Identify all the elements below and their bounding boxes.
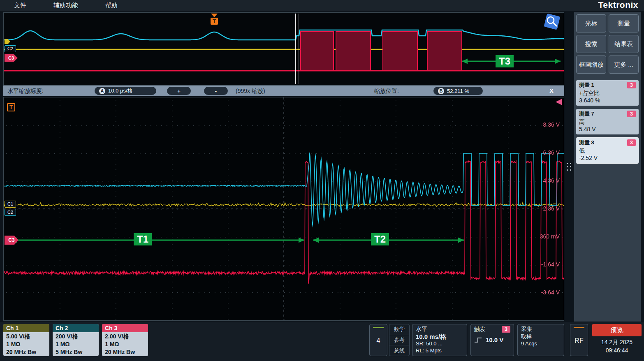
record-length: RL: 5 Mpts — [416, 347, 463, 354]
trigger-settings-badge[interactable]: 触发 3 10.0 V — [470, 324, 514, 356]
measurement-title: 测量 8 — [579, 139, 594, 146]
ch2-scale: 200 V/格 — [56, 333, 96, 340]
voltage-scale-label: 8.36 V — [543, 121, 560, 128]
measure-button[interactable]: 测量 — [609, 14, 639, 32]
menu-bar: 文件 辅助功能 帮助 Tektronix — [0, 0, 644, 11]
ch2-impedance: 1 MΩ — [56, 340, 96, 348]
ch3-badge[interactable]: Ch 3 2.00 V/格 1 MΩ 20 MHz Bw — [102, 324, 148, 356]
ch1-impedance: 1 MΩ — [6, 340, 46, 348]
oscilloscope-screen: 文件 辅助功能 帮助 Tektronix T C2 C3 T3 水平缩放标度: … — [0, 0, 644, 361]
measurement-value: 5.48 V — [579, 126, 636, 132]
time-label: 09:46:44 — [592, 346, 642, 354]
zoom-close-button[interactable]: X — [549, 87, 554, 94]
trigger-position-marker[interactable]: T — [211, 14, 218, 25]
rising-edge-icon — [474, 337, 482, 343]
zoom-position-knob[interactable]: B 52.211 % — [433, 87, 483, 95]
rf-badge[interactable]: RF — [570, 324, 588, 356]
rf-color-line — [574, 327, 584, 328]
c2-channel-tag[interactable]: C2 — [5, 209, 16, 216]
acquisition-mode: 取样 — [521, 333, 561, 340]
tektronix-logo: Tektronix — [598, 0, 638, 10]
measurement-card-8[interactable]: 测量 8 3 低 -2.52 V — [576, 138, 639, 163]
zoom-box-button[interactable]: 框画缩放 — [576, 56, 606, 74]
acquisition-badge[interactable]: 采集 取样 9 Acqs — [517, 324, 564, 356]
search-button[interactable]: 搜索 — [576, 35, 606, 53]
horizontal-title: 水平 — [416, 326, 463, 333]
source-channel-badge: 3 — [627, 82, 636, 88]
trigger-indicator[interactable]: T — [7, 103, 15, 111]
ch1-scale: 5.00 V/格 — [6, 333, 46, 340]
measurement-value: -2.52 V — [579, 155, 636, 161]
trigger-position-arrow-icon — [556, 99, 562, 105]
voltage-scale-label: -3.64 V — [541, 289, 560, 296]
ch3-bandwidth: 20 MHz Bw — [105, 348, 145, 356]
acquisition-count: 9 Acqs — [521, 340, 561, 347]
measurement-name: +占空比 — [579, 90, 636, 97]
math-button[interactable]: 数学 — [389, 324, 409, 335]
menu-items: 文件 辅助功能 帮助 — [0, 2, 145, 9]
voltage-scale-label: 6.36 V — [543, 149, 560, 156]
ch2-bandwidth: 5 MHz Bw — [56, 348, 96, 356]
ch1-bandwidth: 20 MHz Bw — [6, 348, 46, 356]
menu-file[interactable]: 文件 — [14, 2, 26, 9]
panel-drag-handle[interactable] — [567, 163, 572, 171]
ch4-label: 4 — [370, 337, 387, 345]
math-ref-bus-stack: 数学 参考 总线 — [389, 324, 410, 356]
c1-channel-tag[interactable]: C1 — [5, 201, 16, 208]
menu-utility[interactable]: 辅助功能 — [53, 2, 78, 9]
horizontal-scale: 10.0 ms/格 — [416, 333, 463, 340]
sidebar-button-grid: 光标 测量 搜索 结果表 框画缩放 更多 ... — [576, 14, 639, 74]
preview-button[interactable]: 预览 — [592, 324, 642, 336]
zoom-in-button[interactable]: + — [167, 87, 191, 95]
ch3-label: Ch 3 — [102, 324, 148, 332]
main-waveform-panel[interactable]: T C1 C2 C3 T1 T2 8.36 V 6.36 V 4.36 V 2.… — [3, 97, 564, 321]
ch4-badge[interactable]: 4 — [369, 324, 387, 356]
voltage-scale-label: 360 mV — [540, 233, 560, 240]
c2-channel-tag-overview[interactable]: C2 — [5, 45, 16, 52]
t3-annotation: T3 — [496, 55, 514, 67]
ch2-badge[interactable]: Ch 2 200 V/格 1 MΩ 5 MHz Bw — [53, 324, 99, 356]
date-label: 14 2月 2025 — [592, 338, 642, 346]
zoom-control-bar: 水平缩放标度: A 10.0 µs/格 + - (999x 缩放) 缩放位置: … — [3, 86, 564, 96]
zoom-factor-label: (999x 缩放) — [236, 88, 265, 95]
sample-rate: SR: 50.0 ... — [416, 340, 463, 347]
bus-button[interactable]: 总线 — [389, 345, 409, 356]
results-table-button[interactable]: 结果表 — [609, 35, 639, 53]
knob-b-icon: B — [438, 88, 444, 94]
zoom-position-label: 缩放位置: — [374, 88, 399, 95]
ch1-badge[interactable]: Ch 1 5.00 V/格 1 MΩ 20 MHz Bw — [3, 324, 49, 356]
trigger-arrow-icon — [211, 14, 218, 17]
overview-waveform-panel[interactable]: T C2 C3 T3 — [3, 12, 564, 86]
measurement-title: 测量 1 — [579, 81, 594, 89]
zoom-out-button[interactable]: - — [204, 87, 228, 95]
trigger-level: 10.0 V — [486, 336, 503, 343]
rf-label: RF — [570, 337, 588, 345]
preview-area: 预览 14 2月 2025 09:46:44 — [592, 324, 642, 354]
zoom-scale-value: 10.0 µs/格 — [108, 87, 133, 95]
measurement-title: 测量 7 — [579, 110, 594, 118]
horizontal-settings-badge[interactable]: 水平 10.0 ms/格 SR: 50.0 ... RL: 5 Mpts — [412, 324, 467, 356]
voltage-scale-label: -1.64 V — [541, 261, 560, 268]
voltage-scale-label: 2.36 V — [543, 205, 560, 212]
zoom-scale-knob[interactable]: A 10.0 µs/格 — [95, 87, 156, 95]
menu-help[interactable]: 帮助 — [105, 2, 118, 9]
ch1-label: Ch 1 — [3, 324, 49, 332]
cursors-button[interactable]: 光标 — [576, 14, 606, 32]
measurement-value: 3.640 % — [579, 97, 636, 104]
zoom-magnifier-icon[interactable] — [542, 14, 561, 33]
t2-annotation: T2 — [371, 233, 389, 245]
ch4-color-line — [373, 327, 384, 328]
voltage-scale-label: 4.36 V — [543, 177, 560, 184]
measurement-name: 低 — [579, 147, 636, 155]
t1-annotation: T1 — [134, 233, 152, 245]
ref-button[interactable]: 参考 — [389, 335, 409, 346]
overview-canvas[interactable] — [4, 13, 564, 85]
measurement-card-1[interactable]: 测量 1 3 +占空比 3.640 % — [576, 80, 639, 106]
zoom-scale-label: 水平缩放标度: — [7, 88, 44, 95]
main-waveform-canvas[interactable] — [4, 97, 564, 320]
ch3-impedance: 1 MΩ — [105, 340, 145, 348]
measurement-card-7[interactable]: 测量 7 3 高 5.48 V — [576, 109, 639, 134]
right-sidebar: 光标 测量 搜索 结果表 框画缩放 更多 ... 测量 1 3 +占空比 3.6… — [574, 12, 641, 322]
ch3-scale: 2.00 V/格 — [105, 333, 145, 340]
more-button[interactable]: 更多 ... — [609, 56, 639, 74]
